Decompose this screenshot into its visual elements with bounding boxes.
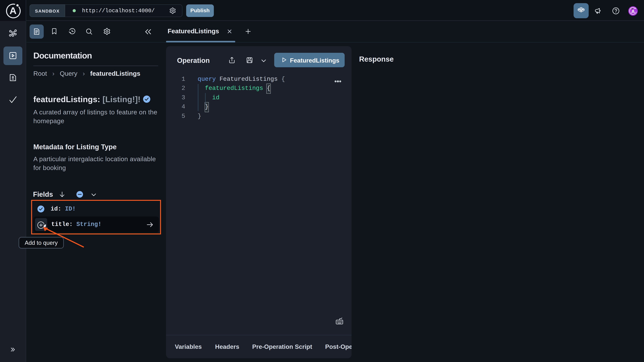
svg-text:A: A [631,9,635,14]
svg-text:A: A [10,5,17,16]
